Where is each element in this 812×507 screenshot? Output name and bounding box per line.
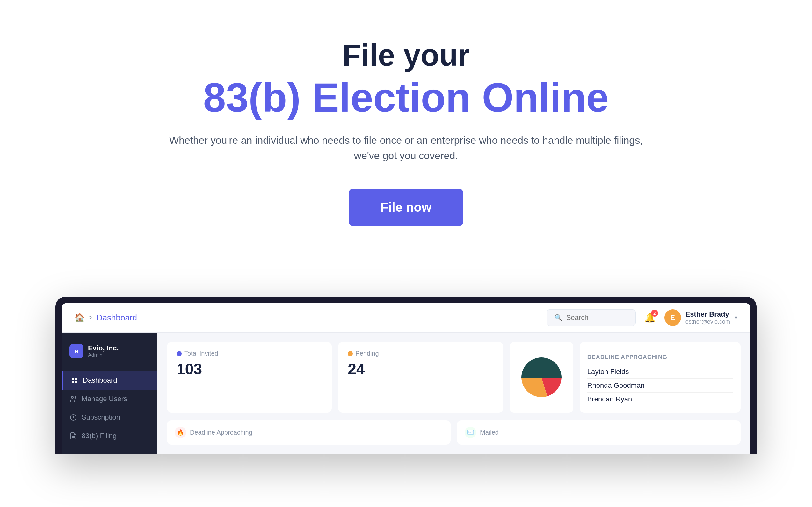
mailed-stat-label: Mailed: [480, 429, 499, 436]
filing-icon: [69, 432, 77, 440]
stats-row: Total Invited 103 Pending 24: [167, 342, 741, 413]
hero-subtitle: Whether you're an individual who needs t…: [169, 133, 643, 163]
sidebar-logo: e Evio, Inc. Admin: [62, 339, 158, 366]
total-invited-card: Total Invited 103: [167, 342, 332, 413]
dashboard-header: 🏠 > Dashboard 🔍 🔔 2 E: [62, 303, 750, 333]
dashboard-icon: [71, 377, 78, 384]
company-role: Admin: [88, 352, 119, 358]
hero-title-line1: File your: [342, 38, 470, 72]
deadline-card: DEADLINE APPROACHING Layton Fields Rhond…: [580, 342, 741, 413]
sidebar-item-dashboard[interactable]: Dashboard: [62, 371, 158, 390]
pending-label: Pending: [348, 350, 493, 357]
sidebar-item-label: Subscription: [81, 413, 120, 421]
deadline-title: DEADLINE APPROACHING: [587, 348, 733, 361]
svg-rect-0: [72, 378, 74, 380]
sidebar-item-label: Dashboard: [83, 376, 117, 385]
notification-bell[interactable]: 🔔 2: [642, 309, 658, 326]
sidebar-item-label: Manage Users: [81, 395, 127, 403]
svg-point-4: [71, 396, 73, 398]
deadline-item-2: Brendan Ryan: [587, 393, 733, 406]
svg-rect-3: [75, 381, 77, 383]
bottom-stats-row: 🔥 Deadline Approaching ✉️ Mailed: [167, 420, 741, 445]
stat-dot-orange: [348, 351, 353, 356]
user-name: Esther Brady: [685, 310, 730, 319]
mailed-stat: ✉️ Mailed: [457, 420, 741, 445]
deadline-item-1: Rhonda Goodman: [587, 379, 733, 393]
user-menu[interactable]: E Esther Brady esther@evio.com ▾: [665, 309, 737, 326]
logo-icon: e: [69, 344, 83, 358]
sidebar-item-filing[interactable]: 83(b) Filing: [62, 427, 158, 445]
svg-rect-1: [75, 378, 77, 380]
pie-chart: [519, 355, 564, 400]
dashboard-preview-section: 🏠 > Dashboard 🔍 🔔 2 E: [0, 296, 812, 454]
deadline-approaching-stat: 🔥 Deadline Approaching: [167, 420, 451, 445]
home-icon: 🏠: [75, 313, 85, 323]
search-input[interactable]: [566, 314, 628, 322]
total-invited-label: Total Invited: [177, 350, 322, 357]
logo-text: Evio, Inc. Admin: [88, 344, 119, 358]
company-name: Evio, Inc.: [88, 344, 119, 352]
hero-section: File your 83(b) Election Online Whether …: [0, 0, 812, 296]
section-divider: [263, 251, 549, 252]
notification-badge: 2: [651, 309, 658, 317]
hero-title-line2: 83(b) Election Online: [203, 75, 609, 120]
breadcrumb-current: Dashboard: [97, 313, 137, 323]
users-icon: [69, 395, 77, 403]
sidebar-nav: Dashboard Manage Users: [62, 371, 158, 445]
device-frame: 🏠 > Dashboard 🔍 🔔 2 E: [55, 296, 757, 454]
search-bar[interactable]: 🔍: [547, 309, 636, 326]
deadline-item-0: Layton Fields: [587, 365, 733, 379]
dashboard-main: Total Invited 103 Pending 24: [158, 333, 750, 454]
breadcrumb: 🏠 > Dashboard: [75, 313, 540, 323]
chevron-down-icon: ▾: [735, 314, 737, 321]
sidebar-item-label: 83(b) Filing: [81, 432, 117, 440]
svg-rect-2: [72, 381, 74, 383]
user-email: esther@evio.com: [685, 319, 730, 325]
subscription-icon: [69, 413, 77, 421]
pie-chart-card: [510, 342, 573, 413]
search-icon: 🔍: [555, 314, 562, 322]
pending-value: 24: [348, 360, 493, 378]
device-screen: 🏠 > Dashboard 🔍 🔔 2 E: [62, 303, 750, 454]
sidebar-item-subscription[interactable]: Subscription: [62, 408, 158, 427]
pending-card: Pending 24: [338, 342, 503, 413]
dashboard-body: e Evio, Inc. Admin: [62, 333, 750, 454]
avatar: E: [665, 309, 681, 326]
user-info: Esther Brady esther@evio.com: [685, 310, 730, 325]
sidebar: e Evio, Inc. Admin: [62, 333, 158, 454]
fire-icon: 🔥: [175, 427, 186, 438]
total-invited-value: 103: [177, 360, 322, 378]
breadcrumb-separator: >: [88, 314, 93, 322]
mail-icon: ✉️: [464, 427, 476, 438]
sidebar-item-manage-users[interactable]: Manage Users: [62, 390, 158, 408]
stat-dot-purple: [177, 351, 182, 356]
file-now-button[interactable]: File now: [349, 189, 463, 226]
deadline-stat-label: Deadline Approaching: [190, 429, 252, 436]
